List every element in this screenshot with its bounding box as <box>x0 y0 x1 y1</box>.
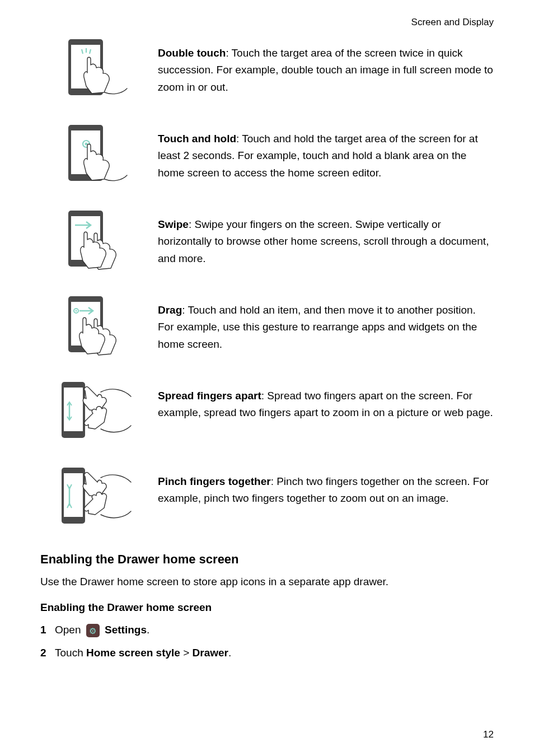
gt-separator: > <box>180 647 193 659</box>
gesture-title: Swipe <box>158 218 189 230</box>
gesture-text: Pinch fingers together: Pinch two finger… <box>158 466 494 507</box>
step-2: 2 Touch Home screen style > Drawer. <box>40 645 494 661</box>
gesture-swipe: Swipe: Swipe your fingers on the screen.… <box>40 209 494 274</box>
drawer-subheading: Enabling the Drawer home screen <box>40 601 494 614</box>
gesture-text: Double touch: Touch the target area of t… <box>158 38 494 96</box>
touch-hold-icon <box>40 124 158 188</box>
gesture-desc: : Touch and hold an item, and then move … <box>158 304 477 350</box>
period: . <box>147 624 149 636</box>
gesture-title: Touch and hold <box>158 133 236 144</box>
drawer-intro: Use the Drawer home screen to store app … <box>40 573 494 590</box>
spread-icon <box>40 381 158 445</box>
period: . <box>228 647 231 659</box>
step-touch-text: Touch <box>55 647 86 659</box>
section-header: Screen and Display <box>40 17 494 28</box>
svg-rect-15 <box>64 473 83 517</box>
gesture-title: Drag <box>158 304 182 316</box>
drawer-label: Drawer <box>193 647 228 659</box>
step-text: Open Settings. <box>55 622 149 638</box>
gesture-title: Pinch fingers together <box>158 475 271 487</box>
swipe-icon <box>40 209 158 274</box>
page-number: 12 <box>483 729 494 740</box>
gesture-text: Swipe: Swipe your fingers on the screen.… <box>158 209 494 267</box>
step-1: 1 Open Settings. <box>40 622 494 638</box>
home-screen-style-label: Home screen style <box>86 647 180 659</box>
gesture-text: Spread fingers apart: Spread two fingers… <box>158 381 494 422</box>
svg-rect-13 <box>64 388 83 431</box>
gesture-pinch: Pinch fingers together: Pinch two finger… <box>40 466 494 531</box>
settings-icon <box>86 624 100 637</box>
step-number: 2 <box>40 645 55 661</box>
step-open-text: Open <box>55 624 84 636</box>
gesture-title: Spread fingers apart <box>158 390 261 402</box>
gesture-text: Touch and hold: Touch and hold the targe… <box>158 124 494 181</box>
gesture-double-touch: Double touch: Touch the target area of t… <box>40 38 494 102</box>
gesture-desc: : Swipe your fingers on the screen. Swip… <box>158 218 489 264</box>
step-text: Touch Home screen style > Drawer. <box>55 645 231 661</box>
svg-point-11 <box>76 310 77 312</box>
gesture-text: Drag: Touch and hold an item, and then m… <box>158 295 494 353</box>
gesture-title: Double touch <box>158 47 226 59</box>
pinch-icon <box>40 466 158 531</box>
gesture-spread: Spread fingers apart: Spread two fingers… <box>40 381 494 445</box>
step-number: 1 <box>40 622 55 638</box>
double-touch-icon <box>40 38 158 102</box>
drawer-heading: Enabling the Drawer home screen <box>40 552 494 567</box>
drag-icon <box>40 295 158 360</box>
settings-label: Settings <box>105 624 147 636</box>
gesture-touch-hold: Touch and hold: Touch and hold the targe… <box>40 124 494 188</box>
gesture-drag: Drag: Touch and hold an item, and then m… <box>40 295 494 360</box>
